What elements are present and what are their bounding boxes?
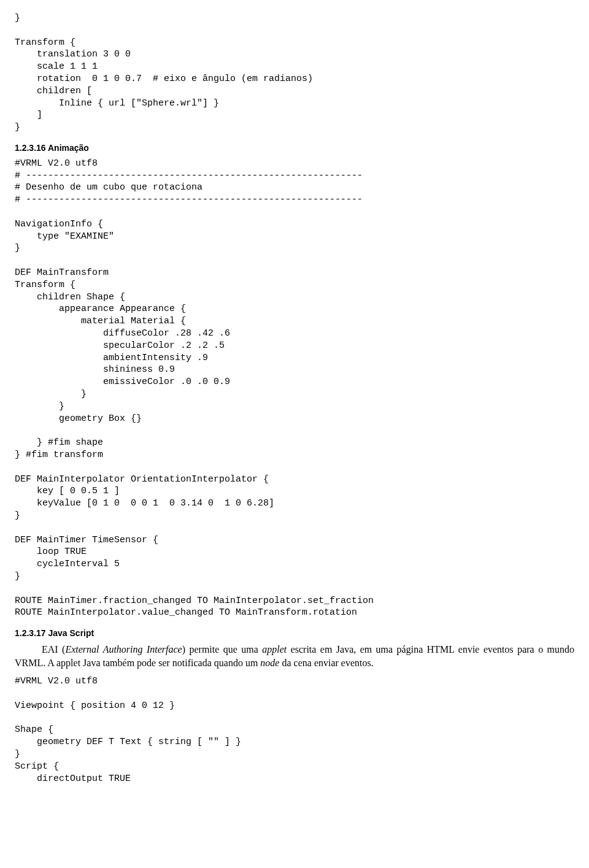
para-text-d-italic: applet: [262, 644, 287, 655]
para-text-a: EAI (: [42, 644, 65, 655]
para-text-b-italic: External Authoring Interface: [65, 644, 182, 655]
paragraph-eai: EAI (External Authoring Interface) permi…: [15, 643, 574, 669]
section-heading-animacao: 1.2.3.16 Animação: [15, 142, 574, 154]
section-heading-javascript: 1.2.3.17 Java Script: [15, 628, 574, 639]
vrml-code-block-transform: } Transform { translation 3 0 0 scale 1 …: [15, 12, 574, 134]
para-text-g: da cena enviar eventos.: [279, 658, 373, 668]
vrml-code-block-script: #VRML V2.0 utf8 Viewpoint { position 4 0…: [15, 675, 574, 785]
para-text-c: ) permite que uma: [182, 644, 263, 655]
vrml-code-block-animacao: #VRML V2.0 utf8 # ----------------------…: [15, 158, 574, 619]
para-text-f-italic: node: [260, 658, 279, 668]
